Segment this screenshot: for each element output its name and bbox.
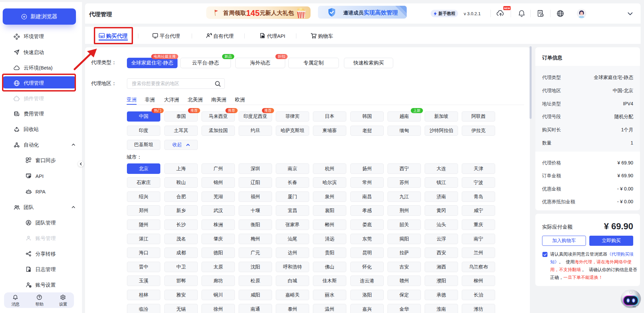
svg-text:API: API [262,36,264,37]
